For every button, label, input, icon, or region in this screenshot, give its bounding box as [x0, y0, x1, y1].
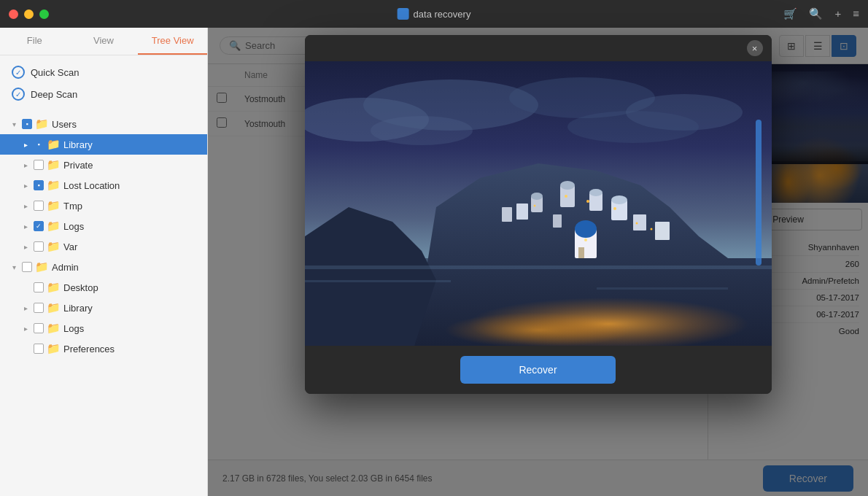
tree-item-library[interactable]: ▸ ▪ 📁 Library	[0, 134, 207, 155]
svg-point-15	[531, 193, 543, 200]
folder-icon-lost: 📁	[47, 179, 61, 192]
app-icon	[398, 8, 409, 20]
folder-icon-private: 📁	[47, 158, 61, 171]
titlebar: data recovery 🛒 🔍 + ≡	[0, 0, 868, 28]
checkbox-admin-logs[interactable]	[34, 323, 44, 333]
add-icon[interactable]: +	[834, 7, 841, 20]
svg-rect-20	[578, 247, 584, 258]
modal-overlay[interactable]: ×	[208, 28, 868, 496]
close-button[interactable]	[9, 9, 18, 19]
checkbox-logs[interactable]: ✓	[34, 221, 44, 231]
svg-point-32	[584, 239, 587, 241]
chevron-users: ▾	[9, 120, 19, 128]
svg-rect-36	[305, 280, 451, 282]
folder-icon-admin-logs: 📁	[47, 322, 61, 335]
checkbox-desktop[interactable]	[34, 282, 44, 292]
chevron-library: ▸	[20, 141, 31, 149]
tree-item-private[interactable]: ▸ 📁 Private	[0, 155, 207, 175]
tree-label-admin: Admin	[52, 262, 79, 273]
santorini-svg	[305, 61, 772, 346]
folder-icon-desktop: 📁	[47, 281, 61, 294]
image-preview-modal: ×	[305, 35, 772, 394]
folder-icon-logs: 📁	[47, 220, 61, 233]
maximize-button[interactable]	[39, 9, 49, 19]
folder-icon-users: 📁	[35, 117, 49, 131]
tree-label-admin-logs: Logs	[63, 323, 84, 334]
tree-label-prefs: Preferences	[63, 344, 115, 354]
modal-recover-button[interactable]: Recover	[460, 356, 615, 384]
deep-scan-icon: ✓	[12, 88, 25, 101]
quick-scan-item[interactable]: ✓ Quick Scan	[9, 61, 198, 83]
tree-item-logs[interactable]: ▸ ✓ 📁 Logs	[0, 216, 207, 236]
checkbox-admin-lib[interactable]	[34, 303, 44, 313]
chevron-tmp: ▸	[20, 202, 31, 210]
svg-point-30	[533, 205, 535, 207]
minimize-button[interactable]	[24, 9, 34, 19]
svg-point-6	[567, 111, 699, 143]
tree-label-logs: Logs	[63, 221, 84, 232]
chevron-admin-lib: ▸	[20, 304, 31, 312]
tree-item-admin[interactable]: ▾ 📁 Admin	[0, 257, 207, 277]
folder-icon-admin: 📁	[35, 260, 49, 274]
svg-point-31	[613, 207, 616, 210]
tree-label-lost: Lost Location	[63, 180, 120, 191]
svg-rect-27	[305, 258, 772, 346]
modal-footer: Recover	[305, 346, 772, 394]
deep-scan-label: Deep Scan	[31, 89, 77, 100]
search-icon-title[interactable]: 🔍	[809, 7, 823, 20]
folder-icon-admin-lib: 📁	[47, 301, 61, 314]
quick-scan-label: Quick Scan	[31, 67, 79, 78]
checkbox-tmp[interactable]	[34, 201, 44, 211]
sidebar-menu-view[interactable]: View	[69, 28, 139, 55]
sidebar-menu-file[interactable]: File	[0, 28, 69, 55]
quick-scan-icon: ✓	[12, 66, 25, 79]
checkbox-lost[interactable]: ▪	[34, 180, 44, 190]
modal-close-button[interactable]: ×	[747, 40, 763, 56]
tree-label-tmp: Tmp	[63, 201, 82, 212]
svg-rect-25	[655, 222, 670, 240]
tree-item-desktop[interactable]: ▸ 📁 Desktop	[0, 277, 207, 298]
sidebar-tree: ▾ ▪ 📁 Users ▸ ▪ 📁 Library ▸ 📁 Private	[0, 111, 207, 496]
svg-rect-37	[597, 287, 728, 290]
deep-scan-item[interactable]: ✓ Deep Scan	[9, 83, 198, 105]
svg-point-34	[650, 228, 652, 230]
modal-header: ×	[305, 35, 772, 61]
tree-label-users: Users	[52, 119, 77, 130]
svg-point-19	[575, 220, 597, 238]
checkbox-library[interactable]: ▪	[34, 139, 44, 150]
checkbox-var[interactable]	[34, 241, 44, 252]
chevron-private: ▸	[20, 161, 31, 169]
svg-point-13	[589, 189, 602, 196]
tree-item-tmp[interactable]: ▸ 📁 Tmp	[0, 195, 207, 216]
cart-icon[interactable]: 🛒	[783, 7, 797, 20]
app-title: data recovery	[398, 8, 471, 20]
tree-label-private: Private	[63, 160, 93, 171]
folder-icon-library: 📁	[47, 138, 61, 151]
sidebar-scan-section: ✓ Quick Scan ✓ Deep Scan	[0, 55, 207, 111]
tree-item-admin-library[interactable]: ▸ 📁 Library	[0, 298, 207, 318]
tree-item-lost-location[interactable]: ▸ ▪ 📁 Lost Location	[0, 175, 207, 195]
window-controls	[9, 9, 49, 19]
checkbox-private[interactable]	[34, 160, 44, 170]
tree-label-admin-lib: Library	[63, 303, 93, 314]
tree-item-var[interactable]: ▸ 📁 Var	[0, 236, 207, 257]
svg-rect-23	[553, 214, 562, 228]
tree-item-preferences[interactable]: ▸ 📁 Preferences	[0, 338, 207, 359]
svg-point-17	[611, 195, 627, 204]
chevron-admin-logs: ▸	[20, 325, 31, 333]
svg-point-29	[586, 200, 589, 203]
checkbox-users[interactable]: ▪	[22, 119, 32, 129]
tree-item-admin-logs[interactable]: ▸ 📁 Logs	[0, 318, 207, 338]
svg-rect-35	[305, 266, 772, 269]
checkbox-prefs[interactable]	[34, 344, 44, 354]
svg-rect-38	[756, 120, 762, 266]
tree-item-users[interactable]: ▾ ▪ 📁 Users	[0, 114, 207, 134]
folder-icon-prefs: 📁	[47, 342, 61, 355]
svg-point-11	[560, 181, 575, 190]
modal-image	[305, 61, 772, 346]
sidebar-menu: File View Tree View	[0, 28, 207, 55]
sidebar-menu-tree[interactable]: Tree View	[138, 28, 207, 55]
svg-point-33	[635, 222, 638, 225]
menu-icon[interactable]: ≡	[853, 7, 859, 20]
checkbox-admin[interactable]	[22, 262, 32, 272]
